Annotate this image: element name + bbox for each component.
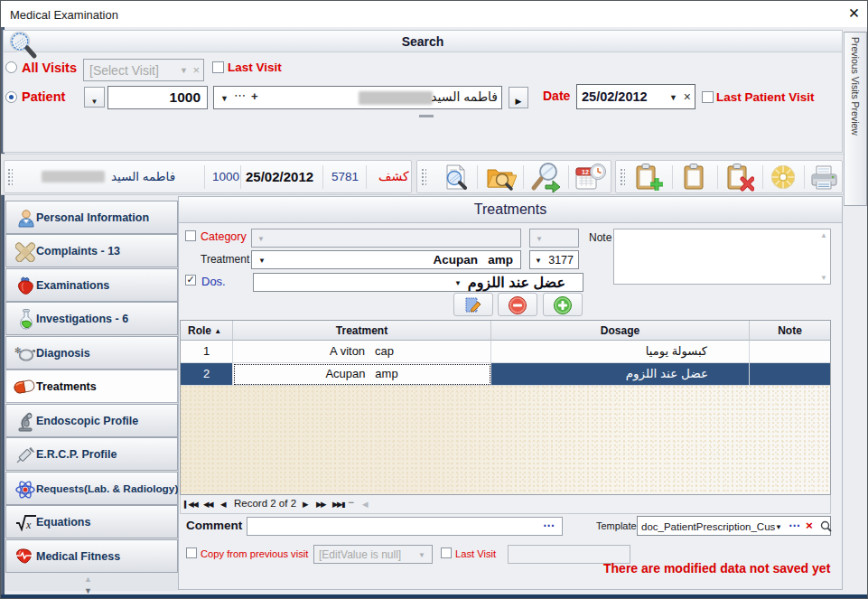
svg-text:x: x xyxy=(25,519,32,531)
svg-text:12: 12 xyxy=(582,169,589,175)
